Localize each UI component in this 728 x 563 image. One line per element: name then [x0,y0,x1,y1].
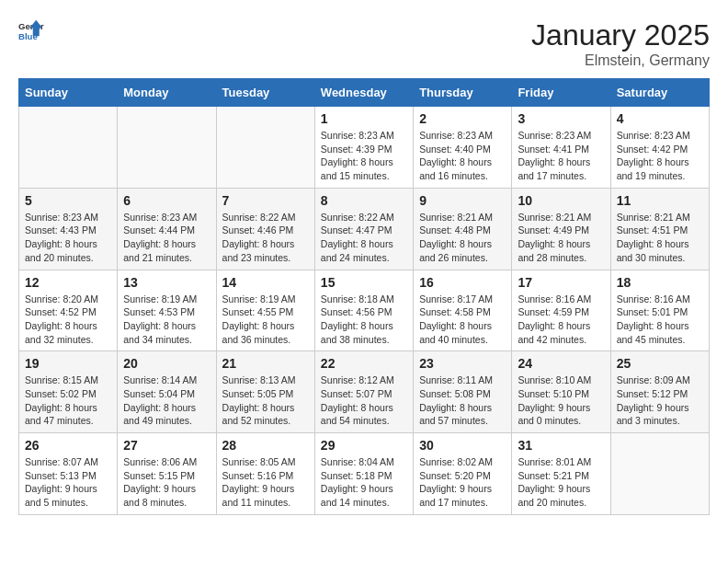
table-row: 16Sunrise: 8:17 AM Sunset: 4:58 PM Dayli… [414,270,512,351]
table-row: 21Sunrise: 8:13 AM Sunset: 5:05 PM Dayli… [216,351,314,433]
cell-day-number: 20 [123,356,210,371]
logo: General Blue [18,18,44,44]
calendar-location: Elmstein, Germany [531,52,710,69]
table-row: 30Sunrise: 8:02 AM Sunset: 5:20 PM Dayli… [414,433,512,515]
table-row: 13Sunrise: 8:19 AM Sunset: 4:53 PM Dayli… [118,270,216,351]
table-row: 29Sunrise: 8:04 AM Sunset: 5:18 PM Dayli… [314,433,413,515]
cell-info: Sunrise: 8:10 AM Sunset: 5:10 PM Dayligh… [518,373,604,428]
cell-day-number: 24 [518,356,604,371]
cell-info: Sunrise: 8:20 AM Sunset: 4:52 PM Dayligh… [25,293,111,347]
table-row: 31Sunrise: 8:01 AM Sunset: 5:21 PM Dayli… [512,433,610,515]
cell-info: Sunrise: 8:23 AM Sunset: 4:42 PM Dayligh… [617,129,703,183]
cell-info: Sunrise: 8:01 AM Sunset: 5:21 PM Dayligh… [518,455,604,510]
calendar-table: Sunday Monday Tuesday Wednesday Thursday… [18,78,710,515]
table-row: 8Sunrise: 8:22 AM Sunset: 4:47 PM Daylig… [314,188,413,270]
table-row: 10Sunrise: 8:21 AM Sunset: 4:49 PM Dayli… [512,188,610,270]
cell-info: Sunrise: 8:23 AM Sunset: 4:41 PM Dayligh… [518,129,604,183]
header-monday: Monday [118,79,216,107]
cell-day-number: 4 [617,111,703,126]
cell-day-number: 13 [123,275,210,290]
table-row: 15Sunrise: 8:18 AM Sunset: 4:56 PM Dayli… [314,270,413,351]
page-header: General Blue January 2025 Elmstein, Germ… [18,18,710,69]
cell-info: Sunrise: 8:02 AM Sunset: 5:20 PM Dayligh… [419,455,506,510]
table-row: 19Sunrise: 8:15 AM Sunset: 5:02 PM Dayli… [19,351,118,433]
logo-icon: General Blue [18,18,44,44]
cell-info: Sunrise: 8:14 AM Sunset: 5:04 PM Dayligh… [123,373,210,428]
cell-day-number: 10 [518,193,604,208]
cell-info: Sunrise: 8:07 AM Sunset: 5:13 PM Dayligh… [25,455,111,510]
cell-info: Sunrise: 8:18 AM Sunset: 4:56 PM Dayligh… [321,293,407,347]
cell-info: Sunrise: 8:11 AM Sunset: 5:08 PM Dayligh… [419,373,506,428]
cell-day-number: 22 [321,356,407,371]
cell-info: Sunrise: 8:19 AM Sunset: 4:53 PM Dayligh… [123,293,210,347]
cell-info: Sunrise: 8:23 AM Sunset: 4:39 PM Dayligh… [321,129,407,183]
header-thursday: Thursday [414,79,512,107]
header-wednesday: Wednesday [314,79,413,107]
cell-info: Sunrise: 8:22 AM Sunset: 4:46 PM Dayligh… [222,211,309,265]
calendar-week-row: 19Sunrise: 8:15 AM Sunset: 5:02 PM Dayli… [19,351,710,433]
cell-day-number: 18 [617,275,703,290]
cell-day-number: 31 [518,438,604,453]
cell-day-number: 6 [123,193,210,208]
cell-day-number: 14 [222,275,309,290]
cell-day-number: 3 [518,111,604,126]
cell-day-number: 29 [321,438,407,453]
cell-day-number: 19 [25,356,111,371]
table-row: 2Sunrise: 8:23 AM Sunset: 4:40 PM Daylig… [414,107,512,189]
cell-info: Sunrise: 8:23 AM Sunset: 4:44 PM Dayligh… [123,211,210,265]
table-row: 25Sunrise: 8:09 AM Sunset: 5:12 PM Dayli… [610,351,709,433]
cell-info: Sunrise: 8:16 AM Sunset: 5:01 PM Dayligh… [617,293,703,347]
cell-day-number: 2 [419,111,506,126]
table-row: 7Sunrise: 8:22 AM Sunset: 4:46 PM Daylig… [216,188,314,270]
cell-info: Sunrise: 8:05 AM Sunset: 5:16 PM Dayligh… [222,455,309,510]
table-row: 5Sunrise: 8:23 AM Sunset: 4:43 PM Daylig… [19,188,118,270]
table-row [19,107,118,189]
cell-info: Sunrise: 8:21 AM Sunset: 4:51 PM Dayligh… [617,211,703,265]
table-row: 28Sunrise: 8:05 AM Sunset: 5:16 PM Dayli… [216,433,314,515]
cell-info: Sunrise: 8:21 AM Sunset: 4:49 PM Dayligh… [518,211,604,265]
title-block: January 2025 Elmstein, Germany [531,18,710,69]
cell-info: Sunrise: 8:06 AM Sunset: 5:15 PM Dayligh… [123,455,210,510]
table-row: 18Sunrise: 8:16 AM Sunset: 5:01 PM Dayli… [610,270,709,351]
header-tuesday: Tuesday [216,79,314,107]
cell-day-number: 27 [123,438,210,453]
cell-day-number: 28 [222,438,309,453]
cell-day-number: 25 [617,356,703,371]
cell-day-number: 8 [321,193,407,208]
cell-info: Sunrise: 8:22 AM Sunset: 4:47 PM Dayligh… [321,211,407,265]
cell-info: Sunrise: 8:15 AM Sunset: 5:02 PM Dayligh… [25,373,111,428]
cell-info: Sunrise: 8:17 AM Sunset: 4:58 PM Dayligh… [419,293,506,347]
table-row: 3Sunrise: 8:23 AM Sunset: 4:41 PM Daylig… [512,107,610,189]
cell-info: Sunrise: 8:13 AM Sunset: 5:05 PM Dayligh… [222,373,309,428]
header-saturday: Saturday [610,79,709,107]
table-row: 20Sunrise: 8:14 AM Sunset: 5:04 PM Dayli… [118,351,216,433]
table-row [216,107,314,189]
cell-day-number: 5 [25,193,111,208]
cell-info: Sunrise: 8:19 AM Sunset: 4:55 PM Dayligh… [222,293,309,347]
table-row: 22Sunrise: 8:12 AM Sunset: 5:07 PM Dayli… [314,351,413,433]
cell-info: Sunrise: 8:21 AM Sunset: 4:48 PM Dayligh… [419,211,506,265]
table-row: 14Sunrise: 8:19 AM Sunset: 4:55 PM Dayli… [216,270,314,351]
table-row: 11Sunrise: 8:21 AM Sunset: 4:51 PM Dayli… [610,188,709,270]
cell-day-number: 21 [222,356,309,371]
weekday-header-row: Sunday Monday Tuesday Wednesday Thursday… [19,79,710,107]
cell-day-number: 12 [25,275,111,290]
table-row: 17Sunrise: 8:16 AM Sunset: 4:59 PM Dayli… [512,270,610,351]
calendar-title: January 2025 [531,18,710,52]
cell-info: Sunrise: 8:12 AM Sunset: 5:07 PM Dayligh… [321,373,407,428]
table-row [610,433,709,515]
cell-day-number: 1 [321,111,407,126]
table-row: 6Sunrise: 8:23 AM Sunset: 4:44 PM Daylig… [118,188,216,270]
cell-day-number: 16 [419,275,506,290]
cell-info: Sunrise: 8:09 AM Sunset: 5:12 PM Dayligh… [617,373,703,428]
table-row: 4Sunrise: 8:23 AM Sunset: 4:42 PM Daylig… [610,107,709,189]
calendar-week-row: 5Sunrise: 8:23 AM Sunset: 4:43 PM Daylig… [19,188,710,270]
cell-day-number: 15 [321,275,407,290]
calendar-week-row: 26Sunrise: 8:07 AM Sunset: 5:13 PM Dayli… [19,433,710,515]
calendar-week-row: 1Sunrise: 8:23 AM Sunset: 4:39 PM Daylig… [19,107,710,189]
table-row: 24Sunrise: 8:10 AM Sunset: 5:10 PM Dayli… [512,351,610,433]
cell-day-number: 9 [419,193,506,208]
header-sunday: Sunday [19,79,118,107]
cell-day-number: 26 [25,438,111,453]
cell-day-number: 7 [222,193,309,208]
